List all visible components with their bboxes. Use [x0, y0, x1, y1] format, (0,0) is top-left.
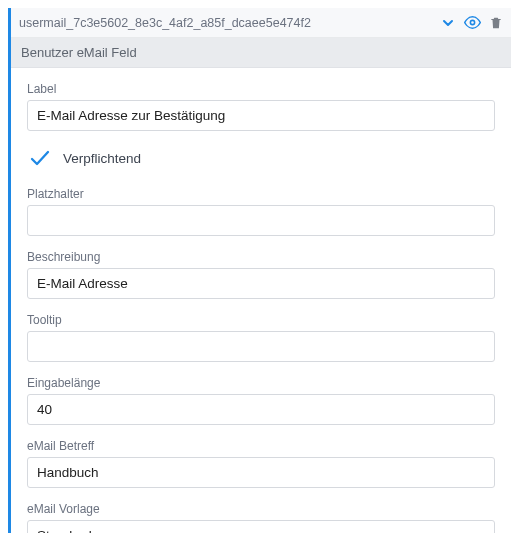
panel-body: Label Verpflichtend Platzhalter Beschrei… [11, 68, 511, 533]
placeholder-caption: Platzhalter [27, 187, 495, 201]
delete-button[interactable] [489, 16, 503, 30]
placeholder-input[interactable] [27, 205, 495, 236]
eye-icon [464, 14, 481, 31]
collapse-toggle[interactable] [440, 15, 456, 31]
required-label: Verpflichtend [63, 151, 141, 166]
field-type-label: Benutzer eMail Feld [11, 38, 511, 68]
panel-header: usermail_7c3e5602_8e3c_4af2_a85f_dcaee5e… [11, 8, 511, 38]
required-checkbox[interactable] [27, 145, 53, 171]
description-caption: Beschreibung [27, 250, 495, 264]
field-identifier: usermail_7c3e5602_8e3c_4af2_a85f_dcaee5e… [19, 16, 440, 30]
inputlength-input[interactable] [27, 394, 495, 425]
tooltip-input[interactable] [27, 331, 495, 362]
trash-icon [489, 16, 503, 30]
email-template-select[interactable] [27, 520, 495, 533]
visibility-toggle[interactable] [464, 14, 481, 31]
email-template-caption: eMail Vorlage [27, 502, 495, 516]
tooltip-caption: Tooltip [27, 313, 495, 327]
field-config-panel: usermail_7c3e5602_8e3c_4af2_a85f_dcaee5e… [8, 8, 511, 533]
svg-point-0 [470, 20, 474, 24]
label-input[interactable] [27, 100, 495, 131]
inputlength-caption: Eingabelänge [27, 376, 495, 390]
label-caption: Label [27, 82, 495, 96]
description-input[interactable] [27, 268, 495, 299]
check-icon [28, 146, 52, 170]
email-subject-caption: eMail Betreff [27, 439, 495, 453]
email-subject-input[interactable] [27, 457, 495, 488]
chevron-down-icon [440, 15, 456, 31]
